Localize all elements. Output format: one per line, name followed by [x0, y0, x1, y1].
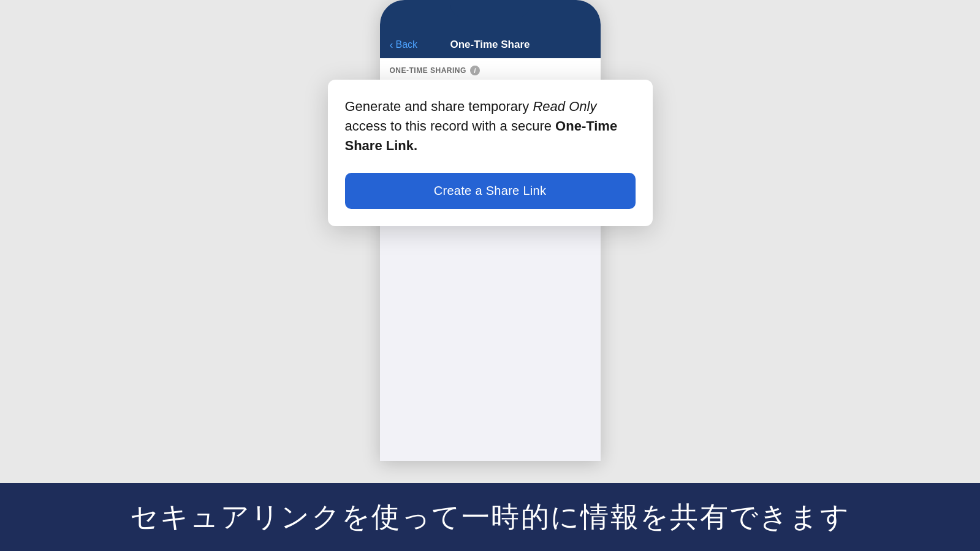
description-text-2: access to this record with a secure — [345, 118, 556, 134]
bottom-banner-text: セキュアリンクを使って一時的に情報を共有できます — [130, 500, 850, 534]
back-button[interactable]: ‹ Back — [390, 39, 418, 51]
bottom-banner: セキュアリンクを使って一時的に情報を共有できます — [0, 483, 980, 551]
popup-card: Generate and share temporary Read Only a… — [328, 80, 653, 226]
phone-notch — [450, 0, 530, 17]
section-label: ONE-TIME SHARING — [390, 66, 466, 75]
section-header: ONE-TIME SHARING i — [380, 58, 601, 81]
nav-bar: ‹ Back One-Time Share — [380, 39, 601, 51]
back-chevron-icon: ‹ — [390, 39, 393, 51]
phone-mockup: ‹ Back One-Time Share ONE-TIME SHARING i — [380, 0, 601, 461]
popup-description: Generate and share temporary Read Only a… — [345, 97, 636, 156]
phone-top-bar: ‹ Back One-Time Share — [380, 0, 601, 58]
description-text-1: Generate and share temporary — [345, 99, 533, 114]
description-italic: Read Only — [533, 99, 596, 114]
info-icon[interactable]: i — [470, 66, 480, 75]
nav-title: One-Time Share — [450, 39, 530, 51]
back-label: Back — [396, 39, 418, 50]
create-share-link-button[interactable]: Create a Share Link — [345, 173, 636, 209]
